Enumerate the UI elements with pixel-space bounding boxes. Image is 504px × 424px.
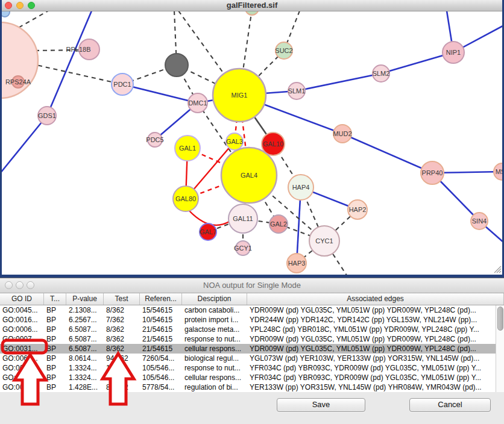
cell-type: BP — [44, 363, 66, 373]
table-row[interactable]: GO:0050...BP1.428E...80/3625778/54...reg… — [0, 382, 504, 392]
cell-desc: protein import i... — [182, 315, 247, 325]
table-row[interactable]: GO:0007...BP6.5087...8/36221/54615respon… — [0, 334, 504, 344]
cell-go: GO:0006... — [0, 325, 44, 334]
node-label: HAP4 — [292, 184, 310, 191]
cell-edges: YFR034C (pd) YBR093C, YDR009W (pd) YGL03… — [247, 363, 504, 373]
minimize-icon[interactable] — [16, 2, 24, 9]
node-label: NIP1 — [446, 49, 461, 56]
node-GAL2[interactable]: GAL2 — [269, 215, 288, 233]
column-header-p[interactable]: P-value — [66, 293, 104, 305]
network-window-titlebar[interactable]: galFiltered.sif — [0, 0, 504, 11]
cell-edges: YPL248C (pd) YBR018C, YML051W (pp) YDR00… — [247, 325, 504, 334]
edge-blue[interactable] — [0, 116, 47, 173]
node-label: CYC1 — [315, 237, 333, 245]
node-GAL1[interactable]: GAL1 — [175, 136, 200, 161]
network-canvas[interactable]: RPL18BRPS24AGDS1PDC1DMC1MIG1SUC2SLM1SLM2… — [0, 11, 504, 278]
table-row[interactable]: GO:0065...BP8.0614...94/3627260/54...bio… — [0, 354, 504, 363]
node-gray-node[interactable] — [165, 54, 188, 76]
node-GAL4[interactable]: GAL4 — [221, 148, 277, 203]
column-header-ref[interactable]: Referen... — [140, 293, 182, 305]
cell-p: 1.428E... — [66, 382, 104, 392]
minimize-icon[interactable] — [16, 281, 24, 289]
close-icon[interactable] — [5, 2, 12, 9]
cell-test: 80/362 — [104, 382, 140, 392]
cell-go: GO:0031... — [0, 373, 44, 382]
cell-p: 6.5087... — [66, 344, 104, 354]
cell-p: 6.5087... — [66, 325, 104, 334]
node-MIG1[interactable]: MIG1 — [213, 69, 266, 122]
node-label: GAL1 — [179, 145, 196, 152]
node-PRP40[interactable]: PRP40 — [421, 161, 444, 184]
column-header-desc[interactable]: Desciption — [182, 293, 247, 305]
edge-blue[interactable] — [342, 134, 432, 173]
node-HAP2[interactable]: HAP2 — [348, 200, 367, 219]
scrollbar-thumb[interactable] — [497, 307, 503, 331]
column-header-edges[interactable]: Associated edges — [247, 293, 504, 305]
node-GCY1[interactable]: GCY1 — [234, 241, 252, 255]
cell-go: GO:0031... — [0, 344, 44, 354]
node-SIN4[interactable]: SIN4 — [471, 213, 488, 229]
zoom-icon[interactable] — [27, 281, 34, 289]
node-RPL18B[interactable]: RPL18B — [66, 39, 99, 60]
table-row[interactable]: GO:0045...BP2.1308...8/36215/54615carbon… — [0, 305, 504, 315]
node-MUD2[interactable]: MUD2 — [333, 125, 351, 143]
node-label: MIG1 — [232, 92, 248, 99]
cell-desc: cellular respons... — [182, 373, 247, 382]
cell-ref: 21/54615 — [140, 334, 182, 344]
node-GAL80[interactable]: GAL80 — [173, 186, 198, 211]
table-row[interactable]: GO:0031...BP1.3324...11/362105/546...res… — [0, 363, 504, 373]
node-label: DMC1 — [188, 99, 207, 107]
cell-ref: 105/546... — [140, 373, 182, 382]
node-SLM1[interactable]: SLM1 — [288, 83, 306, 99]
table-row[interactable]: GO:0016...BP6.2567...7/36210/54615protei… — [0, 315, 504, 325]
node-GDS1[interactable]: GDS1 — [38, 107, 56, 125]
cell-test: 94/362 — [104, 354, 140, 363]
noa-window-title: NOA output for Single Mode — [0, 278, 504, 293]
node-CYC1[interactable]: CYC1 — [309, 226, 339, 256]
node-label: SLM1 — [288, 87, 306, 95]
edge-blue[interactable] — [297, 73, 381, 91]
edge-blue[interactable] — [122, 84, 198, 103]
table-row[interactable]: GO:0006...BP6.5087...8/36221/54615galact… — [0, 325, 504, 334]
cell-ref: 5778/54... — [140, 382, 182, 392]
cell-desc: biological regul... — [182, 354, 247, 363]
node-corner-blue[interactable] — [0, 11, 10, 17]
node-MSL[interactable]: MSL — [494, 163, 504, 180]
cell-p: 8.0614... — [66, 354, 104, 363]
node-top-green[interactable] — [245, 11, 259, 15]
table-body: GO:0045...BP2.1308...8/36215/54615carbon… — [0, 305, 504, 392]
node-SUC2[interactable]: SUC2 — [275, 42, 292, 59]
save-button[interactable]: Save — [277, 398, 365, 412]
node-GAL7[interactable]: GAL7 — [200, 223, 216, 240]
cell-type: BP — [44, 344, 66, 354]
cell-edges: YDR244W (pp) YDR142C, YDR142C (pp) YGL15… — [247, 315, 504, 325]
node-NIP1[interactable]: NIP1 — [443, 42, 464, 63]
table-row[interactable]: GO:0031...BP1.3324...11/362105/546...cel… — [0, 373, 504, 382]
cell-go: GO:0031... — [0, 363, 44, 373]
zoom-icon[interactable] — [28, 2, 35, 9]
node-label: PDC5 — [146, 136, 163, 143]
column-header-go[interactable]: GO ID — [0, 293, 44, 305]
node-DMC1[interactable]: DMC1 — [188, 93, 207, 113]
cell-type: BP — [44, 325, 66, 334]
node-GAL11[interactable]: GAL11 — [228, 204, 257, 233]
vertical-scrollbar[interactable] — [496, 305, 504, 392]
node-label: MUD2 — [333, 130, 351, 137]
column-header-test[interactable]: Test — [104, 293, 140, 305]
cell-test: 8/362 — [104, 344, 140, 354]
node-GAL3[interactable]: GAL3 — [226, 133, 243, 150]
close-icon[interactable] — [5, 281, 13, 289]
table-row[interactable]: GO:0031...BP6.5087...8/36221/54615cellul… — [0, 344, 504, 354]
node-HAP4[interactable]: HAP4 — [288, 175, 313, 200]
resize-grip-icon[interactable] — [493, 265, 502, 273]
node-label: GCY1 — [234, 245, 252, 252]
column-header-type[interactable]: T... — [44, 293, 66, 305]
node-PDC1[interactable]: PDC1 — [112, 73, 133, 95]
edge-blue[interactable] — [47, 11, 92, 116]
node-label: GAL4 — [241, 172, 257, 179]
noa-window-titlebar[interactable]: NOA output for Single Mode — [0, 278, 504, 293]
cell-test: 8/362 — [104, 334, 140, 344]
node-HAP3[interactable]: HAP3 — [287, 254, 306, 273]
cancel-button[interactable]: Cancel — [409, 398, 491, 412]
node-SLM2[interactable]: SLM2 — [373, 65, 390, 82]
